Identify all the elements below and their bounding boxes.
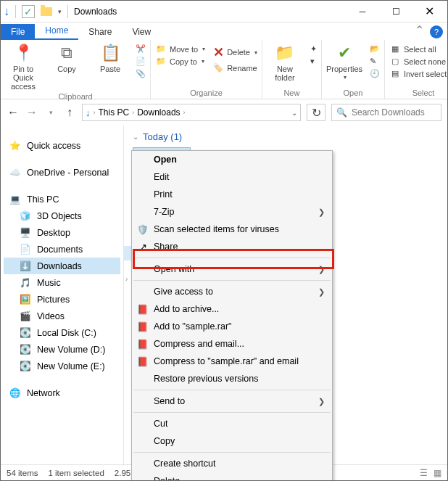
menu-scan[interactable]: 🛡️Scan selected items for viruses xyxy=(132,221,332,238)
sidebar-item-volume-e[interactable]: 💽New Volume (E:) xyxy=(4,358,120,374)
history-icon[interactable]: 🕘 xyxy=(370,69,380,78)
rename-button[interactable]: 🏷️Rename xyxy=(212,63,257,73)
new-item-icon[interactable]: ✦ xyxy=(310,44,317,54)
easy-access-icon[interactable]: ▾ xyxy=(310,57,317,66)
sidebar-item-documents[interactable]: 📄Documents xyxy=(4,241,120,258)
close-button[interactable]: ✕ xyxy=(414,1,444,22)
selectnone-icon: ▢ xyxy=(389,57,401,66)
delete-button[interactable]: ✕Delete▾ xyxy=(212,44,257,60)
properties-button[interactable]: ✔ Properties ▾ xyxy=(326,43,362,81)
tab-file[interactable]: File xyxy=(1,24,35,40)
menu-compress-email[interactable]: 📕Compress and email... xyxy=(132,335,332,353)
label: Paste xyxy=(100,65,120,73)
menu-give-access[interactable]: Give access to❯ xyxy=(132,283,332,300)
pictures-icon: 🖼️ xyxy=(20,294,31,305)
label: Properties xyxy=(326,65,362,73)
forward-button[interactable]: → xyxy=(25,106,38,119)
group-select: ▦Select all ▢Select none ▤Invert selecti… xyxy=(385,40,448,99)
menu-send-to[interactable]: Send to❯ xyxy=(132,392,332,410)
menu-add-archive[interactable]: 📕Add to archive... xyxy=(132,300,332,318)
sidebar-item-desktop[interactable]: 🖥️Desktop xyxy=(4,224,120,241)
breadcrumb[interactable]: Downloads xyxy=(137,107,180,118)
search-icon: 🔍 xyxy=(336,107,347,118)
new-folder-qat-icon[interactable] xyxy=(41,7,52,16)
menu-delete[interactable]: Delete xyxy=(132,472,332,481)
menu-create-shortcut[interactable]: Create shortcut xyxy=(132,455,332,472)
menu-open-with[interactable]: Open with❯ xyxy=(132,260,332,278)
move-to-button[interactable]: 📁Move to▾ xyxy=(155,44,205,54)
menu-print[interactable]: Print xyxy=(132,186,332,203)
open-icon[interactable]: 📂 xyxy=(370,44,380,54)
sidebar-item-downloads[interactable]: ⬇️Downloads xyxy=(4,258,120,274)
sidebar-item-onedrive[interactable]: ☁️OneDrive - Personal xyxy=(4,164,120,181)
chevron-right-icon: › xyxy=(132,109,134,116)
group-clipboard: 📍 Pin to Quick access ⧉ Copy 📋 Paste ✂️ … xyxy=(1,40,151,99)
menu-7zip[interactable]: 7-Zip❯ xyxy=(132,203,332,221)
thumbnail-view-icon[interactable]: ▦ xyxy=(434,468,441,478)
menu-share[interactable]: ↗Share xyxy=(132,238,332,255)
menu-restore-versions[interactable]: Restore previous versions xyxy=(132,370,332,387)
properties-qat-icon[interactable]: ✓ xyxy=(22,5,35,18)
recent-dropdown-icon[interactable]: ▾ xyxy=(44,109,57,116)
sidebar-item-3d-objects[interactable]: 🧊3D Objects xyxy=(4,207,120,224)
sidebar-item-quick-access[interactable]: ⭐Quick access xyxy=(4,137,120,154)
tab-view[interactable]: View xyxy=(122,24,161,40)
search-box[interactable]: 🔍 Search Downloads xyxy=(331,104,441,121)
network-icon: 🌐 xyxy=(9,387,21,398)
copy-path-icon[interactable]: 📄 xyxy=(136,57,146,66)
menu-copy[interactable]: Copy xyxy=(132,432,332,450)
copy-to-button[interactable]: 📁Copy to▾ xyxy=(155,57,205,66)
menu-compress-sample-email[interactable]: 📕Compress to "sample.rar" and email xyxy=(132,353,332,370)
sidebar-item-network[interactable]: 🌐Network xyxy=(4,385,120,401)
paste-button[interactable]: 📋 Paste xyxy=(92,43,128,73)
chevron-right-icon: › xyxy=(94,109,96,116)
drive-icon: 💽 xyxy=(20,344,31,355)
explorer-app-icon[interactable]: ↓ xyxy=(4,5,9,18)
menu-add-sample-rar[interactable]: 📕Add to "sample.rar" xyxy=(132,318,332,335)
sidebar-item-this-pc[interactable]: 💻This PC xyxy=(4,191,120,207)
up-button[interactable]: ↑ xyxy=(63,106,76,119)
address-bar[interactable]: ↓ › This PC › Downloads › ⌄ xyxy=(82,104,301,121)
sidebar-item-volume-d[interactable]: 💽New Volume (D:) xyxy=(4,341,120,358)
qat-dropdown-icon[interactable]: ▾ xyxy=(58,8,62,15)
folder-icon: 📁 xyxy=(275,43,294,63)
sidebar-item-pictures[interactable]: 🖼️Pictures xyxy=(4,291,120,308)
copy-button[interactable]: ⧉ Copy xyxy=(49,43,85,73)
group-label: New xyxy=(267,87,317,97)
sidebar-item-local-disk-c[interactable]: 💽Local Disk (C:) xyxy=(4,324,120,341)
tab-home[interactable]: Home xyxy=(35,22,78,40)
invert-selection-button[interactable]: ▤Invert selection xyxy=(389,69,448,78)
menu-open[interactable]: Open xyxy=(132,151,332,168)
ribbon: 📍 Pin to Quick access ⧉ Copy 📋 Paste ✂️ … xyxy=(1,40,447,99)
paste-icon: 📋 xyxy=(101,43,120,63)
details-view-icon[interactable]: ☰ xyxy=(420,468,428,478)
new-folder-button[interactable]: 📁 New folder xyxy=(267,43,303,82)
cut-icon[interactable]: ✂️ xyxy=(136,44,146,54)
separator xyxy=(133,258,331,258)
menu-cut[interactable]: Cut xyxy=(132,415,332,432)
maximize-button[interactable]: ☐ xyxy=(381,1,411,22)
chevron-down-icon: ⌄ xyxy=(133,133,138,141)
menu-edit[interactable]: Edit xyxy=(132,168,332,186)
tab-share[interactable]: Share xyxy=(78,24,122,40)
sidebar-item-music[interactable]: 🎵Music xyxy=(4,274,120,291)
breadcrumb[interactable]: This PC xyxy=(99,107,130,118)
downloads-folder-icon: ↓ xyxy=(86,107,91,118)
group-header[interactable]: ⌄ Today (1) xyxy=(133,131,439,142)
dropdown-icon: ▾ xyxy=(254,49,257,56)
label: Pin to Quick access xyxy=(5,65,41,91)
minimize-button[interactable]: ─ xyxy=(347,1,378,22)
refresh-button[interactable]: ↻ xyxy=(307,104,325,121)
pin-to-quick-access-button[interactable]: 📍 Pin to Quick access xyxy=(5,43,41,91)
paste-shortcut-icon[interactable]: 📎 xyxy=(136,69,146,78)
sidebar-item-videos[interactable]: 🎬Videos xyxy=(4,308,120,324)
address-dropdown-icon[interactable]: ⌄ xyxy=(291,109,297,117)
select-none-button[interactable]: ▢Select none xyxy=(389,57,448,66)
back-button[interactable]: ← xyxy=(7,106,20,119)
select-all-button[interactable]: ▦Select all xyxy=(389,44,448,54)
edit-icon[interactable]: ✎ xyxy=(370,57,380,66)
help-icon[interactable]: ? xyxy=(430,25,443,38)
ribbon-collapse-icon[interactable]: ⌃ xyxy=(409,20,430,40)
separator xyxy=(67,5,68,18)
dropdown-icon: ▾ xyxy=(202,58,204,65)
